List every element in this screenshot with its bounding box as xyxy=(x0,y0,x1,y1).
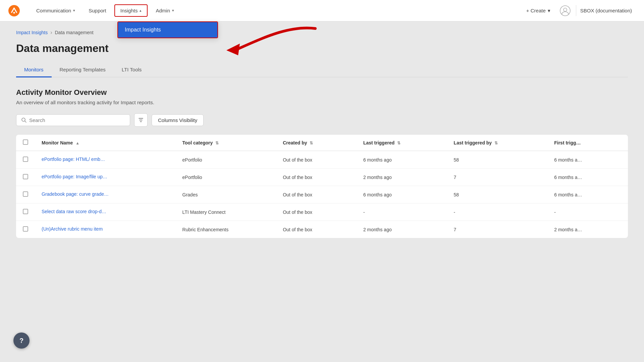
chevron-down-icon: ▾ xyxy=(73,8,75,13)
nav-communication[interactable]: Communication ▾ xyxy=(31,5,80,16)
row-checkbox-3[interactable] xyxy=(23,209,28,214)
row-tool-0: ePortfolio xyxy=(176,151,276,169)
page-title: Data management xyxy=(16,42,628,55)
monitor-name-link-1[interactable]: ePortfolio page: Image/file up… xyxy=(42,174,107,179)
tabs-container: Monitors Reporting Templates LTI Tools xyxy=(16,63,628,77)
row-checkbox-4[interactable] xyxy=(23,226,28,232)
th-last-triggered[interactable]: Last triggered ⇅ xyxy=(357,135,447,151)
row-created-0: Out of the box xyxy=(276,151,357,169)
org-label: SBOX (documentation) xyxy=(576,5,636,16)
search-input[interactable] xyxy=(29,117,125,123)
dropdown-impact-insights[interactable]: Impact Insights xyxy=(118,22,217,38)
row-first-triggered-0: 6 months a… xyxy=(547,151,628,169)
insights-dropdown: Impact Insights xyxy=(117,21,218,38)
dropdown-menu: Impact Insights xyxy=(117,21,218,38)
columns-visibility-button[interactable]: Columns Visibility xyxy=(152,114,204,126)
filter-button[interactable] xyxy=(134,113,148,127)
row-name-1: ePortfolio page: Image/file up… xyxy=(35,169,176,186)
navbar-right: + Create ▾ SBOX (documentation) xyxy=(522,5,636,16)
filter-icon xyxy=(138,117,144,123)
tab-lti-tools[interactable]: LTI Tools xyxy=(114,63,150,77)
monitor-name-link-3[interactable]: Select data raw score drop-d… xyxy=(42,209,106,214)
monitor-name-link-0[interactable]: ePortfolio page: HTML/ emb… xyxy=(42,157,105,162)
nav-menu: Communication ▾ Support Insights ▴ Admin… xyxy=(31,4,522,17)
breadcrumb-separator: › xyxy=(50,29,52,36)
chevron-up-icon: ▴ xyxy=(140,8,142,13)
help-button[interactable]: ? xyxy=(13,333,30,349)
row-checkbox-0[interactable] xyxy=(23,157,28,162)
table-row: (Un)Archive rubric menu item Rubric Enha… xyxy=(16,221,628,238)
row-first-triggered-2: 6 months a… xyxy=(547,186,628,203)
sort-icon-name: ▲ xyxy=(75,141,79,145)
row-first-triggered-4: 2 months a… xyxy=(547,221,628,238)
th-tool-category[interactable]: Tool category ⇅ xyxy=(176,135,276,151)
tab-reporting-templates[interactable]: Reporting Templates xyxy=(52,63,114,77)
row-last-triggered-4: 2 months ago xyxy=(357,221,447,238)
svg-point-0 xyxy=(8,5,20,16)
breadcrumb-impact-insights[interactable]: Impact Insights xyxy=(16,30,48,35)
th-last-triggered-by[interactable]: Last triggered by ⇅ xyxy=(447,135,548,151)
select-all-checkbox[interactable] xyxy=(23,139,28,145)
row-created-3: Out of the box xyxy=(276,203,357,221)
row-last-triggered-by-0: 58 xyxy=(447,151,548,169)
chevron-down-icon: ▾ xyxy=(548,8,550,14)
nav-insights[interactable]: Insights ▴ xyxy=(114,4,148,17)
table-row: Gradebook page: curve grade… Grades Out … xyxy=(16,186,628,203)
svg-line-6 xyxy=(25,121,26,122)
table-row: ePortfolio page: Image/file up… ePortfol… xyxy=(16,169,628,186)
row-tool-4: Rubric Enhancements xyxy=(176,221,276,238)
row-name-4: (Un)Archive rubric menu item xyxy=(35,221,176,238)
chevron-down-icon: ▾ xyxy=(172,8,174,13)
row-last-triggered-3: - xyxy=(357,203,447,221)
navbar: Communication ▾ Support Insights ▴ Admin… xyxy=(0,0,644,21)
row-name-3: Select data raw score drop-d… xyxy=(35,203,176,221)
row-checkbox-1[interactable] xyxy=(23,174,28,179)
row-name-2: Gradebook page: curve grade… xyxy=(35,186,176,203)
toolbar: Columns Visibility xyxy=(16,113,628,127)
row-check-4 xyxy=(16,221,35,238)
user-icon[interactable] xyxy=(560,5,571,16)
app-logo[interactable] xyxy=(8,5,20,17)
search-icon xyxy=(21,117,26,123)
sort-icon-last-triggered-by: ⇅ xyxy=(494,141,498,145)
create-button[interactable]: + Create ▾ xyxy=(522,5,554,16)
table-row: ePortfolio page: HTML/ emb… ePortfolio O… xyxy=(16,151,628,169)
row-first-triggered-3: - xyxy=(547,203,628,221)
row-last-triggered-0: 6 months ago xyxy=(357,151,447,169)
row-check-0 xyxy=(16,151,35,169)
row-last-triggered-2: 6 months ago xyxy=(357,186,447,203)
th-checkbox xyxy=(16,135,35,151)
tab-monitors[interactable]: Monitors xyxy=(16,63,52,77)
row-last-triggered-by-1: 7 xyxy=(447,169,548,186)
row-tool-2: Grades xyxy=(176,186,276,203)
data-table: Monitor Name ▲ Tool category ⇅ Created b… xyxy=(16,135,628,238)
sort-icon-last-triggered: ⇅ xyxy=(397,141,400,145)
sort-icon-tool: ⇅ xyxy=(215,141,219,145)
table-header: Monitor Name ▲ Tool category ⇅ Created b… xyxy=(16,135,628,151)
main-content: Impact Insights › Data management Data m… xyxy=(0,21,644,246)
breadcrumb: Impact Insights › Data management xyxy=(16,29,628,36)
svg-point-3 xyxy=(564,8,567,11)
table-body: ePortfolio page: HTML/ emb… ePortfolio O… xyxy=(16,151,628,238)
nav-support[interactable]: Support xyxy=(83,5,112,16)
row-checkbox-2[interactable] xyxy=(23,191,28,197)
section-description: An overview of all monitors tracking act… xyxy=(16,100,628,105)
row-check-2 xyxy=(16,186,35,203)
sort-icon-created: ⇅ xyxy=(310,141,313,145)
th-first-triggered: First trigg… xyxy=(547,135,628,151)
row-created-4: Out of the box xyxy=(276,221,357,238)
row-created-1: Out of the box xyxy=(276,169,357,186)
th-created-by[interactable]: Created by ⇅ xyxy=(276,135,357,151)
nav-admin[interactable]: Admin ▾ xyxy=(150,5,179,16)
row-tool-3: LTI Mastery Connect xyxy=(176,203,276,221)
breadcrumb-current: Data management xyxy=(55,30,93,35)
row-first-triggered-1: 6 months a… xyxy=(547,169,628,186)
table-row: Select data raw score drop-d… LTI Master… xyxy=(16,203,628,221)
row-name-0: ePortfolio page: HTML/ emb… xyxy=(35,151,176,169)
row-last-triggered-by-4: 7 xyxy=(447,221,548,238)
row-tool-1: ePortfolio xyxy=(176,169,276,186)
monitor-name-link-4[interactable]: (Un)Archive rubric menu item xyxy=(42,226,103,232)
th-monitor-name[interactable]: Monitor Name ▲ xyxy=(35,135,176,151)
svg-point-1 xyxy=(13,12,15,13)
monitor-name-link-2[interactable]: Gradebook page: curve grade… xyxy=(42,191,109,197)
